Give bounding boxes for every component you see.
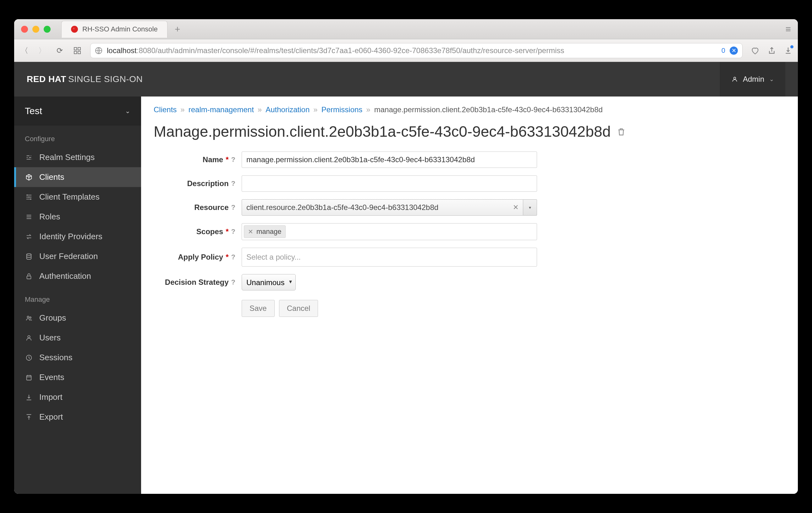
tab-overflow-button[interactable]: ≡ xyxy=(785,24,794,35)
breadcrumb-link[interactable]: Clients xyxy=(154,105,177,114)
user-label: Admin xyxy=(743,75,764,84)
back-button[interactable]: 〈 xyxy=(20,46,29,56)
breadcrumb-separator: » xyxy=(258,105,262,114)
reload-button[interactable]: ⟳ xyxy=(55,46,64,55)
svg-point-6 xyxy=(28,196,30,198)
sidebar-item-events[interactable]: Events xyxy=(14,367,141,387)
close-window-button[interactable] xyxy=(21,26,28,33)
sidebar-group-header: Configure xyxy=(14,125,141,147)
apps-button[interactable] xyxy=(72,47,82,54)
sidebar-item-label: Identity Providers xyxy=(39,232,103,241)
label-apply-policy: Apply Policy*? xyxy=(154,253,235,261)
delete-icon[interactable] xyxy=(617,127,626,136)
zoom-window-button[interactable] xyxy=(44,26,51,33)
sidebar-item-clients[interactable]: Clients xyxy=(14,167,141,187)
chevron-down-icon: ⌄ xyxy=(769,76,774,83)
sidebar-item-label: Sessions xyxy=(39,353,72,363)
label-resource: Resource? xyxy=(154,203,235,212)
scopes-input[interactable]: ✕manage xyxy=(242,223,537,240)
sidebar-item-label: Groups xyxy=(39,313,66,323)
favorite-button[interactable] xyxy=(751,46,759,55)
save-button[interactable]: Save xyxy=(242,300,274,317)
browser-tab[interactable]: RH-SSO Admin Console xyxy=(61,21,168,38)
sidebar-item-export[interactable]: Export xyxy=(14,407,141,427)
sidebar-item-label: Export xyxy=(39,412,63,422)
sidebar-item-import[interactable]: Import xyxy=(14,387,141,407)
breadcrumb-link[interactable]: Permissions xyxy=(321,105,362,114)
help-icon[interactable]: ? xyxy=(231,278,235,286)
clear-url-icon[interactable]: ✕ xyxy=(730,47,738,55)
downloads-button[interactable] xyxy=(784,47,792,55)
permission-form: Name*? Description? xyxy=(154,151,593,317)
sidebar-item-users[interactable]: Users xyxy=(14,328,141,348)
calendar-icon xyxy=(25,374,33,381)
templates-icon xyxy=(25,194,33,201)
help-icon[interactable]: ? xyxy=(231,203,235,211)
resource-value: client.resource.2e0b3b1a-c5fe-43c0-9ec4-… xyxy=(246,203,438,212)
sidebar-group-header: Manage xyxy=(14,286,141,308)
description-input[interactable] xyxy=(242,175,537,192)
list-icon xyxy=(25,213,33,220)
help-icon[interactable]: ? xyxy=(231,179,235,188)
svg-point-12 xyxy=(28,335,30,338)
help-icon[interactable]: ? xyxy=(231,155,235,164)
forward-button[interactable]: 〉 xyxy=(37,46,47,56)
sidebar-item-authentication[interactable]: Authentication xyxy=(14,266,141,286)
scope-tag[interactable]: ✕manage xyxy=(244,225,286,238)
browser-window: RH-SSO Admin Console + ≡ 〈 〉 ⟳ localhost… xyxy=(14,19,798,494)
sidebar-item-sessions[interactable]: Sessions xyxy=(14,348,141,367)
label-description: Description? xyxy=(154,179,235,188)
swap-icon xyxy=(25,233,33,240)
row-scopes: Scopes*? ✕manage xyxy=(154,223,593,240)
help-icon[interactable]: ? xyxy=(231,228,235,236)
label-name: Name*? xyxy=(154,155,235,164)
breadcrumb-link[interactable]: Authorization xyxy=(265,105,310,114)
sidebar-item-label: Authentication xyxy=(39,271,91,281)
titlebar: RH-SSO Admin Console + ≡ xyxy=(14,19,798,39)
tab-title: RH-SSO Admin Console xyxy=(82,25,158,33)
breadcrumb-separator: » xyxy=(313,105,317,114)
cancel-button[interactable]: Cancel xyxy=(279,300,318,317)
clear-resource-icon[interactable]: ✕ xyxy=(510,203,519,211)
row-name: Name*? xyxy=(154,151,593,168)
remove-tag-icon[interactable]: ✕ xyxy=(248,228,253,235)
apply-policy-placeholder: Select a policy... xyxy=(246,253,301,261)
breadcrumb-link[interactable]: realm-management xyxy=(188,105,254,114)
label-scopes: Scopes*? xyxy=(154,227,235,236)
window-controls xyxy=(21,26,51,33)
sidebar-item-roles[interactable]: Roles xyxy=(14,207,141,227)
site-info-icon[interactable] xyxy=(95,47,103,54)
sidebar-item-identity-providers[interactable]: Identity Providers xyxy=(14,227,141,247)
decision-strategy-select[interactable]: Unanimous xyxy=(242,274,296,290)
realm-selector[interactable]: Test ⌄ xyxy=(14,96,141,125)
svg-rect-14 xyxy=(27,375,31,380)
sidebar-item-groups[interactable]: Groups xyxy=(14,308,141,328)
share-button[interactable] xyxy=(768,47,776,55)
url-bar[interactable]: localhost:8080/auth/admin/master/console… xyxy=(90,43,743,58)
svg-point-7 xyxy=(30,198,31,200)
sidebar-item-client-templates[interactable]: Client Templates xyxy=(14,187,141,207)
name-input[interactable] xyxy=(242,151,537,168)
sidebar-item-label: User Federation xyxy=(39,252,98,261)
sidebar: Test ⌄ ConfigureRealm SettingsClientsCli… xyxy=(14,96,141,494)
resource-dropdown-button[interactable]: ▾ xyxy=(523,199,537,216)
sidebar-item-label: Realm Settings xyxy=(39,152,94,162)
resource-select[interactable]: client.resource.2e0b3b1a-c5fe-43c0-9ec4-… xyxy=(242,199,537,216)
realm-name: Test xyxy=(25,106,42,116)
apply-policy-input[interactable]: Select a policy... xyxy=(242,248,537,266)
db-icon xyxy=(25,253,33,260)
url-count-badge: 0 xyxy=(722,47,725,55)
help-icon[interactable]: ? xyxy=(231,253,235,261)
sidebar-item-realm-settings[interactable]: Realm Settings xyxy=(14,147,141,167)
new-tab-button[interactable]: + xyxy=(170,22,185,37)
sidebar-item-user-federation[interactable]: User Federation xyxy=(14,247,141,266)
app-header: RED HATSINGLE SIGN-ON Admin ⌄ xyxy=(14,62,798,96)
user-menu[interactable]: Admin ⌄ xyxy=(720,62,785,96)
sliders-icon xyxy=(25,154,33,161)
minimize-window-button[interactable] xyxy=(32,26,39,33)
row-description: Description? xyxy=(154,175,593,192)
chevron-down-icon: ⌄ xyxy=(125,107,130,115)
main-content: Clients»realm-management»Authorization»P… xyxy=(141,96,798,494)
lock-icon xyxy=(25,273,33,280)
breadcrumb-separator: » xyxy=(366,105,370,114)
